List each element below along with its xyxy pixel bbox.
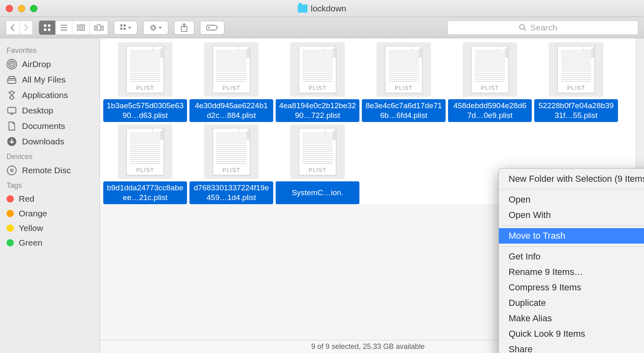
ctx-separator <box>499 189 644 190</box>
arrange-button[interactable] <box>114 21 137 35</box>
file-thumbnail: PLIST <box>118 42 172 97</box>
svg-rect-3 <box>48 28 50 31</box>
minimize-button[interactable] <box>18 5 25 12</box>
file-item[interactable]: PLIST 1b3ae5c575d0305e6390…d63.plist <box>103 42 187 122</box>
back-button[interactable] <box>6 21 20 35</box>
ctx-get-info[interactable]: Get Info <box>499 249 644 264</box>
plist-doc-icon: PLIST <box>471 46 509 93</box>
sidebar-item-allfiles[interactable]: All My Files <box>0 72 100 87</box>
applications-icon <box>7 90 17 100</box>
sidebar-item-label: Orange <box>19 209 47 218</box>
search-input[interactable] <box>530 23 567 33</box>
sidebar: Favorites AirDrop All My Files Applicati… <box>0 38 100 353</box>
sidebar-tag-orange[interactable]: Orange <box>0 206 100 221</box>
svg-rect-9 <box>83 25 85 31</box>
file-ext-label: PLIST <box>213 167 250 173</box>
ctx-new-folder[interactable]: New Folder with Selection (9 Items) <box>499 171 644 187</box>
plist-doc-icon: PLIST <box>213 128 250 175</box>
ctx-compress[interactable]: Compress 9 Items <box>499 280 644 295</box>
file-name-label: 458debdd5904e28d67d…0e9.plist <box>448 99 532 122</box>
sidebar-section-favorites: Favorites <box>0 43 100 57</box>
file-ext-label: PLIST <box>127 85 163 91</box>
file-item[interactable]: PLIST 4e30dd945ae6224b1d2c…884.plist <box>189 42 273 122</box>
search-field[interactable] <box>447 20 638 35</box>
file-name-label: d7683301337224f19e459…1d4.plist <box>189 181 273 204</box>
file-ext-label: PLIST <box>385 85 422 91</box>
svg-rect-0 <box>44 24 46 27</box>
sidebar-item-airdrop[interactable]: AirDrop <box>0 57 100 72</box>
file-item[interactable]: PLIST 4ea8194e0c2b12be3290…722.plist <box>276 42 359 122</box>
svg-rect-7 <box>77 25 79 31</box>
file-thumbnail: PLIST <box>463 42 517 97</box>
close-button[interactable] <box>6 5 13 12</box>
ctx-open[interactable]: Open <box>499 192 644 207</box>
plist-doc-icon: PLIST <box>126 46 164 93</box>
file-name-label: 8e3e4c6c7a6d17de716b…6fd4.plist <box>362 99 446 122</box>
sidebar-item-label: Applications <box>22 90 68 100</box>
svg-rect-8 <box>80 25 82 31</box>
ctx-move-to-trash[interactable]: Move to Trash <box>499 228 644 244</box>
sidebar-tag-green[interactable]: Green <box>0 235 100 250</box>
icon-view-button[interactable] <box>39 21 56 35</box>
sidebar-item-label: Downloads <box>22 137 64 146</box>
allfiles-icon <box>7 74 17 85</box>
ctx-rename[interactable]: Rename 9 Items… <box>499 264 644 280</box>
svg-point-22 <box>9 61 15 68</box>
ctx-share[interactable]: Share▶ <box>499 342 644 353</box>
svg-rect-11 <box>97 25 100 31</box>
sidebar-item-documents[interactable]: Documents <box>0 118 100 134</box>
airdrop-icon <box>7 59 17 70</box>
svg-point-28 <box>7 166 16 175</box>
ctx-separator <box>499 246 644 246</box>
window-title: lockdown <box>298 4 346 13</box>
sidebar-item-label: AirDrop <box>22 59 51 69</box>
sidebar-tag-yellow[interactable]: Yellow <box>0 221 100 235</box>
svg-rect-15 <box>120 28 122 30</box>
file-item[interactable]: PLIST SystemC…ion. <box>276 124 359 204</box>
column-view-button[interactable] <box>72 21 90 35</box>
svg-point-17 <box>152 26 155 29</box>
tags-button[interactable] <box>200 21 224 35</box>
file-item[interactable]: PLIST 458debdd5904e28d67d…0e9.plist <box>448 42 532 122</box>
file-thumbnail: PLIST <box>549 42 603 97</box>
sidebar-item-applications[interactable]: Applications <box>0 87 100 103</box>
list-view-button[interactable] <box>56 21 72 35</box>
file-item[interactable]: PLIST 8e3e4c6c7a6d17de716b…6fd4.plist <box>362 42 446 122</box>
file-item[interactable]: PLIST d7683301337224f19e459…1d4.plist <box>189 124 273 204</box>
svg-rect-14 <box>124 24 126 26</box>
disc-icon <box>7 165 17 176</box>
plist-doc-icon: PLIST <box>557 46 595 93</box>
sidebar-item-desktop[interactable]: Desktop <box>0 103 100 118</box>
svg-rect-10 <box>94 26 96 30</box>
finder-window: lockdown <box>0 0 644 353</box>
share-button[interactable] <box>174 21 194 35</box>
plist-doc-icon: PLIST <box>299 128 336 175</box>
forward-button[interactable] <box>20 21 33 35</box>
file-name-label: 4ea8194e0c2b12be3290…722.plist <box>276 99 359 122</box>
file-name-label: 52228b0f7e04a28b3931f…55.plist <box>534 99 618 122</box>
ctx-make-alias[interactable]: Make Alias <box>499 311 644 326</box>
plist-doc-icon: PLIST <box>126 128 164 175</box>
documents-icon <box>7 121 17 131</box>
file-item[interactable]: PLIST 52228b0f7e04a28b3931f…55.plist <box>534 42 618 122</box>
ctx-duplicate[interactable]: Duplicate <box>499 295 644 311</box>
sidebar-item-downloads[interactable]: Downloads <box>0 134 100 149</box>
ctx-separator <box>499 225 644 226</box>
file-thumbnail: PLIST <box>290 42 345 97</box>
svg-point-19 <box>208 27 210 28</box>
svg-rect-12 <box>102 26 103 30</box>
file-thumbnail: PLIST <box>376 42 431 97</box>
ctx-open-with[interactable]: Open With▶ <box>499 207 644 223</box>
sidebar-tag-red[interactable]: Red <box>0 192 100 206</box>
file-name-label: b9d1dda24773cc8abeee…21c.plist <box>103 181 187 204</box>
file-ext-label: PLIST <box>213 85 250 91</box>
file-item[interactable]: PLIST b9d1dda24773cc8abeee…21c.plist <box>103 124 187 204</box>
sidebar-item-label: Documents <box>22 121 65 131</box>
plist-doc-icon: PLIST <box>385 46 422 93</box>
action-button[interactable] <box>143 21 168 35</box>
ctx-quick-look[interactable]: Quick Look 9 Items <box>499 326 644 342</box>
zoom-button[interactable] <box>30 5 37 12</box>
file-ext-label: PLIST <box>127 167 163 173</box>
sidebar-item-remotedisc[interactable]: Remote Disc <box>0 163 100 178</box>
coverflow-view-button[interactable] <box>90 21 108 35</box>
